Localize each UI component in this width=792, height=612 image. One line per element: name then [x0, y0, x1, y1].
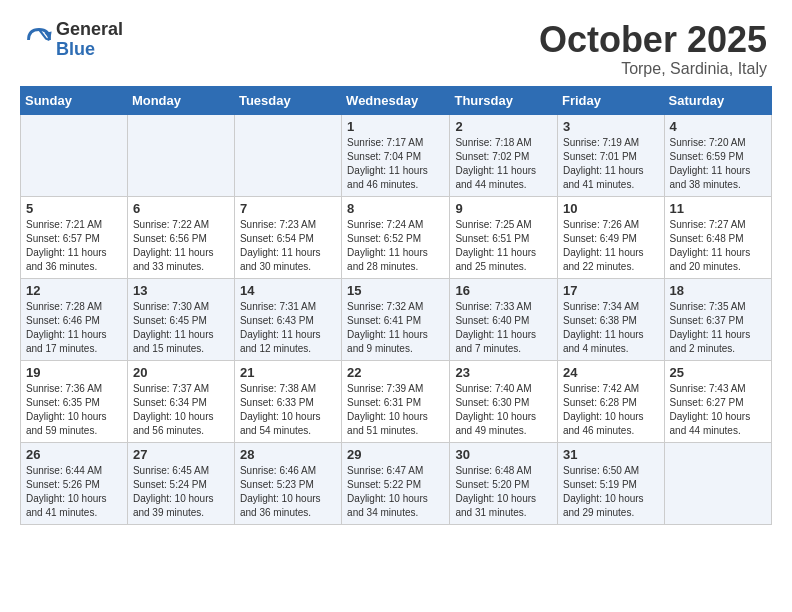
day-info: Sunrise: 7:23 AM Sunset: 6:54 PM Dayligh…	[240, 218, 336, 274]
day-number: 29	[347, 447, 444, 462]
logo-blue-text: Blue	[56, 40, 123, 60]
day-number: 6	[133, 201, 229, 216]
day-cell: 16Sunrise: 7:33 AM Sunset: 6:40 PM Dayli…	[450, 278, 558, 360]
day-cell: 17Sunrise: 7:34 AM Sunset: 6:38 PM Dayli…	[558, 278, 665, 360]
logo-icon	[25, 26, 53, 54]
day-number: 15	[347, 283, 444, 298]
day-info: Sunrise: 7:32 AM Sunset: 6:41 PM Dayligh…	[347, 300, 444, 356]
day-cell: 11Sunrise: 7:27 AM Sunset: 6:48 PM Dayli…	[664, 196, 771, 278]
day-info: Sunrise: 7:22 AM Sunset: 6:56 PM Dayligh…	[133, 218, 229, 274]
day-number: 10	[563, 201, 659, 216]
day-number: 11	[670, 201, 766, 216]
day-info: Sunrise: 7:21 AM Sunset: 6:57 PM Dayligh…	[26, 218, 122, 274]
day-info: Sunrise: 7:24 AM Sunset: 6:52 PM Dayligh…	[347, 218, 444, 274]
day-info: Sunrise: 7:17 AM Sunset: 7:04 PM Dayligh…	[347, 136, 444, 192]
day-number: 2	[455, 119, 552, 134]
day-number: 18	[670, 283, 766, 298]
day-info: Sunrise: 7:37 AM Sunset: 6:34 PM Dayligh…	[133, 382, 229, 438]
day-number: 16	[455, 283, 552, 298]
title-block: October 2025 Torpe, Sardinia, Italy	[539, 20, 767, 78]
day-cell: 4Sunrise: 7:20 AM Sunset: 6:59 PM Daylig…	[664, 114, 771, 196]
day-cell: 6Sunrise: 7:22 AM Sunset: 6:56 PM Daylig…	[127, 196, 234, 278]
week-row: 12Sunrise: 7:28 AM Sunset: 6:46 PM Dayli…	[21, 278, 772, 360]
day-info: Sunrise: 7:35 AM Sunset: 6:37 PM Dayligh…	[670, 300, 766, 356]
day-info: Sunrise: 7:36 AM Sunset: 6:35 PM Dayligh…	[26, 382, 122, 438]
day-info: Sunrise: 7:27 AM Sunset: 6:48 PM Dayligh…	[670, 218, 766, 274]
day-cell: 8Sunrise: 7:24 AM Sunset: 6:52 PM Daylig…	[342, 196, 450, 278]
column-header-tuesday: Tuesday	[234, 86, 341, 114]
day-number: 31	[563, 447, 659, 462]
week-row: 5Sunrise: 7:21 AM Sunset: 6:57 PM Daylig…	[21, 196, 772, 278]
day-number: 4	[670, 119, 766, 134]
day-info: Sunrise: 7:19 AM Sunset: 7:01 PM Dayligh…	[563, 136, 659, 192]
logo: General Blue	[25, 20, 123, 60]
day-info: Sunrise: 7:43 AM Sunset: 6:27 PM Dayligh…	[670, 382, 766, 438]
day-cell: 28Sunrise: 6:46 AM Sunset: 5:23 PM Dayli…	[234, 442, 341, 524]
day-cell: 23Sunrise: 7:40 AM Sunset: 6:30 PM Dayli…	[450, 360, 558, 442]
day-number: 21	[240, 365, 336, 380]
column-header-monday: Monday	[127, 86, 234, 114]
day-info: Sunrise: 6:50 AM Sunset: 5:19 PM Dayligh…	[563, 464, 659, 520]
day-info: Sunrise: 7:33 AM Sunset: 6:40 PM Dayligh…	[455, 300, 552, 356]
day-info: Sunrise: 7:18 AM Sunset: 7:02 PM Dayligh…	[455, 136, 552, 192]
day-info: Sunrise: 7:40 AM Sunset: 6:30 PM Dayligh…	[455, 382, 552, 438]
column-header-friday: Friday	[558, 86, 665, 114]
day-number: 14	[240, 283, 336, 298]
day-info: Sunrise: 7:26 AM Sunset: 6:49 PM Dayligh…	[563, 218, 659, 274]
week-row: 26Sunrise: 6:44 AM Sunset: 5:26 PM Dayli…	[21, 442, 772, 524]
month-title: October 2025	[539, 20, 767, 60]
day-number: 13	[133, 283, 229, 298]
day-number: 20	[133, 365, 229, 380]
day-cell: 1Sunrise: 7:17 AM Sunset: 7:04 PM Daylig…	[342, 114, 450, 196]
empty-cell	[664, 442, 771, 524]
column-header-wednesday: Wednesday	[342, 86, 450, 114]
day-number: 1	[347, 119, 444, 134]
day-cell: 24Sunrise: 7:42 AM Sunset: 6:28 PM Dayli…	[558, 360, 665, 442]
day-info: Sunrise: 6:45 AM Sunset: 5:24 PM Dayligh…	[133, 464, 229, 520]
day-info: Sunrise: 6:47 AM Sunset: 5:22 PM Dayligh…	[347, 464, 444, 520]
day-cell: 22Sunrise: 7:39 AM Sunset: 6:31 PM Dayli…	[342, 360, 450, 442]
day-number: 5	[26, 201, 122, 216]
day-info: Sunrise: 7:25 AM Sunset: 6:51 PM Dayligh…	[455, 218, 552, 274]
day-cell: 3Sunrise: 7:19 AM Sunset: 7:01 PM Daylig…	[558, 114, 665, 196]
day-number: 26	[26, 447, 122, 462]
day-cell: 7Sunrise: 7:23 AM Sunset: 6:54 PM Daylig…	[234, 196, 341, 278]
day-number: 25	[670, 365, 766, 380]
day-number: 22	[347, 365, 444, 380]
day-number: 17	[563, 283, 659, 298]
day-cell: 10Sunrise: 7:26 AM Sunset: 6:49 PM Dayli…	[558, 196, 665, 278]
day-cell: 18Sunrise: 7:35 AM Sunset: 6:37 PM Dayli…	[664, 278, 771, 360]
day-cell: 29Sunrise: 6:47 AM Sunset: 5:22 PM Dayli…	[342, 442, 450, 524]
day-number: 23	[455, 365, 552, 380]
day-number: 24	[563, 365, 659, 380]
logo-general-text: General	[56, 20, 123, 40]
day-info: Sunrise: 7:30 AM Sunset: 6:45 PM Dayligh…	[133, 300, 229, 356]
header: General Blue October 2025 Torpe, Sardini…	[10, 10, 782, 86]
day-cell: 27Sunrise: 6:45 AM Sunset: 5:24 PM Dayli…	[127, 442, 234, 524]
day-info: Sunrise: 7:39 AM Sunset: 6:31 PM Dayligh…	[347, 382, 444, 438]
header-row: SundayMondayTuesdayWednesdayThursdayFrid…	[21, 86, 772, 114]
column-header-thursday: Thursday	[450, 86, 558, 114]
day-info: Sunrise: 7:42 AM Sunset: 6:28 PM Dayligh…	[563, 382, 659, 438]
empty-cell	[234, 114, 341, 196]
day-cell: 13Sunrise: 7:30 AM Sunset: 6:45 PM Dayli…	[127, 278, 234, 360]
day-number: 12	[26, 283, 122, 298]
day-cell: 26Sunrise: 6:44 AM Sunset: 5:26 PM Dayli…	[21, 442, 128, 524]
location: Torpe, Sardinia, Italy	[539, 60, 767, 78]
day-number: 3	[563, 119, 659, 134]
empty-cell	[21, 114, 128, 196]
day-cell: 31Sunrise: 6:50 AM Sunset: 5:19 PM Dayli…	[558, 442, 665, 524]
day-number: 27	[133, 447, 229, 462]
day-number: 28	[240, 447, 336, 462]
week-row: 1Sunrise: 7:17 AM Sunset: 7:04 PM Daylig…	[21, 114, 772, 196]
day-info: Sunrise: 7:38 AM Sunset: 6:33 PM Dayligh…	[240, 382, 336, 438]
day-info: Sunrise: 7:31 AM Sunset: 6:43 PM Dayligh…	[240, 300, 336, 356]
day-number: 9	[455, 201, 552, 216]
day-cell: 5Sunrise: 7:21 AM Sunset: 6:57 PM Daylig…	[21, 196, 128, 278]
logo-text: General Blue	[56, 20, 123, 60]
day-info: Sunrise: 7:28 AM Sunset: 6:46 PM Dayligh…	[26, 300, 122, 356]
day-cell: 25Sunrise: 7:43 AM Sunset: 6:27 PM Dayli…	[664, 360, 771, 442]
week-row: 19Sunrise: 7:36 AM Sunset: 6:35 PM Dayli…	[21, 360, 772, 442]
day-cell: 2Sunrise: 7:18 AM Sunset: 7:02 PM Daylig…	[450, 114, 558, 196]
day-info: Sunrise: 7:20 AM Sunset: 6:59 PM Dayligh…	[670, 136, 766, 192]
